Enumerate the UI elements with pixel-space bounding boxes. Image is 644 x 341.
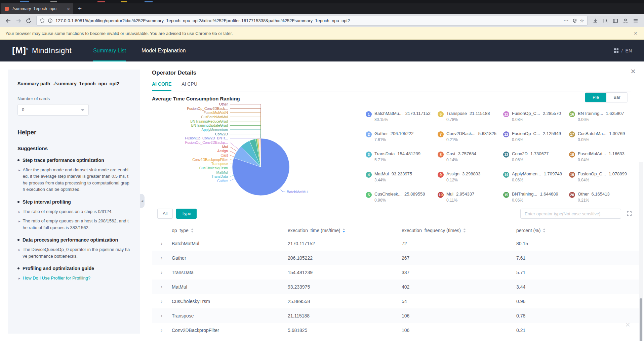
sort-carets-icon[interactable]: [343, 227, 345, 234]
reload-button[interactable]: [24, 16, 34, 26]
legend-item[interactable]: 15 BNTraining...1.644689 0.06%: [503, 189, 569, 209]
legend-item[interactable]: 7 Conv2DBack...5.681825 0.21%: [438, 129, 503, 149]
legend-rank-badge: 10: [438, 192, 444, 198]
pie-label: FusedMulAddN: [204, 111, 228, 115]
pie-label: Assign: [217, 149, 228, 153]
legend-item[interactable]: 9 Assign3.298803 0.12%: [438, 169, 503, 189]
column-header-percent[interactable]: percent (%): [516, 227, 639, 234]
column-header-op_type[interactable]: op_type: [172, 227, 288, 234]
library-icon[interactable]: [600, 16, 610, 26]
legend-rank-badge: 7: [438, 131, 444, 137]
legend-rank-badge: 14: [503, 172, 509, 178]
legend-value: 1.709748: [544, 171, 562, 176]
tab-ai-cpu[interactable]: AI CPU: [182, 81, 197, 90]
legend-item[interactable]: 4 MatMul93.233975 3.44%: [366, 169, 438, 189]
url-bar[interactable]: 127.0.0.1:8081/#/profiling/operator?id=.…: [36, 16, 588, 26]
account-icon[interactable]: [620, 16, 631, 26]
pie-label-line: [230, 179, 235, 181]
forward-button[interactable]: [13, 16, 24, 26]
tab-ai-core[interactable]: AI CORE: [152, 81, 171, 91]
tab-close-icon[interactable]: ×: [67, 6, 70, 12]
row-expand-icon[interactable]: ›: [152, 255, 172, 261]
sidebar-toggle-icon[interactable]: [610, 16, 620, 26]
sidebar-collapse-handle[interactable]: ◀: [140, 194, 145, 208]
legend-value: 2170.117152: [405, 111, 431, 116]
row-expand-icon[interactable]: ›: [152, 313, 172, 319]
nav-summary-list[interactable]: Summary List: [93, 40, 126, 61]
tracking-protection-shield-icon[interactable]: [40, 18, 45, 24]
menubar-fragment: [121, 1, 127, 2]
desktop-menubar-sliver: [0, 0, 644, 3]
operator-search-input[interactable]: [520, 209, 621, 219]
row-expand-icon[interactable]: ›: [152, 269, 172, 275]
row-expand-icon[interactable]: ›: [152, 298, 172, 304]
sort-carets-icon[interactable]: [463, 227, 466, 234]
permissions-shield-icon[interactable]: [572, 18, 577, 23]
legend-name: CusCholesk...: [374, 191, 402, 197]
legend-item[interactable]: 19 FusionOp_C...1.078899 0.04%: [569, 169, 635, 189]
legend-item[interactable]: 18 FusedMulAd...1.16633 0.04%: [569, 149, 635, 169]
browser-tab[interactable]: ./summary_1epoch_npu ×: [1, 3, 73, 14]
notice-close-icon[interactable]: ×: [634, 30, 637, 37]
new-tab-button[interactable]: +: [78, 5, 82, 12]
legend-item[interactable]: 2 Gather206.105222 7.61%: [366, 129, 438, 149]
pie-label: BNTrainingReduceGrad: [190, 119, 228, 123]
column-label: execution_frequency (times): [402, 228, 461, 233]
legend-item[interactable]: 14 ApplyMomen...1.709748 0.06%: [503, 169, 569, 189]
filter-type-button[interactable]: Type: [176, 209, 196, 219]
legend-name: MatMul: [374, 171, 389, 176]
cards-select[interactable]: 0: [17, 104, 89, 116]
sort-desc-icon: [191, 231, 194, 234]
back-button[interactable]: [3, 16, 13, 26]
row-expand-icon[interactable]: ›: [152, 327, 172, 333]
legend-value: 2.285570: [543, 111, 561, 116]
op-type-cell: Conv2DBackpropFilter: [172, 328, 288, 333]
language-switch[interactable]: EN: [626, 48, 632, 53]
page-actions-icon[interactable]: •••: [564, 19, 569, 23]
filter-all-button[interactable]: All: [157, 209, 173, 219]
nav-model-explanation[interactable]: Model Explanation: [142, 40, 186, 61]
legend-item[interactable]: 8 Cast3.757684 0.14%: [438, 149, 503, 169]
legend-item[interactable]: 5 CusCholesk...25.889558 0.96%: [366, 189, 438, 209]
suggestion-detail: ▸The DeviceQueueOp_0 operator in the pip…: [18, 246, 130, 259]
legend-item[interactable]: 6 Transpose21.115188 0.78%: [438, 109, 503, 129]
legend-item[interactable]: 3 TransData154.481239 5.71%: [366, 149, 438, 169]
legend-rank-badge: 1: [366, 111, 372, 117]
legend-item[interactable]: 16 BNTraining...1.625907 0.06%: [569, 109, 635, 129]
legend-item[interactable]: 13 Conv2D1.730677 0.06%: [503, 149, 569, 169]
panel-close-icon[interactable]: ×: [631, 66, 636, 77]
pie-label: TransData: [211, 174, 228, 178]
download-icon[interactable]: [590, 16, 600, 26]
legend-item[interactable]: 1 BatchMatMu...2170.117152 80.15%: [366, 109, 438, 129]
sort-carets-icon[interactable]: [191, 227, 194, 234]
legend-item[interactable]: 17 CusBatchMa...1.30769 0.05%: [569, 129, 635, 149]
vertical-scrollbar[interactable]: [639, 162, 643, 341]
legend-item[interactable]: 10 Mul2.954337 0.11%: [438, 189, 503, 209]
legend-item[interactable]: 12 FusionOp_C...2.125949 0.08%: [503, 129, 569, 149]
sort-carets-icon[interactable]: [543, 227, 546, 234]
legend-rank-badge: 16: [569, 111, 575, 117]
menu-icon[interactable]: [631, 16, 641, 26]
page-info-icon[interactable]: [48, 18, 53, 23]
chart-toggle-pie[interactable]: Pie: [585, 93, 606, 102]
pie-label: CusCholeskyTrsm: [199, 166, 228, 170]
row-expand-icon[interactable]: ›: [152, 241, 172, 247]
row-expand-icon[interactable]: ›: [152, 284, 172, 290]
legend-item[interactable]: 20 Other6.165413 0.21%: [569, 189, 635, 209]
suggestion-detail-text: The ratio of empty queues on a chip is 0…: [23, 208, 113, 215]
scrollbar-thumb[interactable]: [640, 298, 642, 341]
column-header-execution_frequency[interactable]: execution_frequency (times): [402, 227, 516, 234]
fullscreen-icon[interactable]: [627, 211, 632, 216]
legend-item[interactable]: 11 FusionOp_C...2.285570 0.08%: [503, 109, 569, 129]
column-header-execution_time[interactable]: execution_time (ms/time): [288, 227, 402, 234]
execution-frequency-cell: 54: [402, 299, 516, 304]
pie-chart: OtherFusionOp_Conv2DBack...FusedMulAddNC…: [152, 101, 367, 206]
chevron-right-icon: ▸: [18, 167, 21, 193]
language-grid-icon[interactable]: [614, 48, 619, 53]
legend-percent: 0.06%: [512, 158, 549, 162]
legend-percent: 0.04%: [578, 158, 625, 162]
help-link[interactable]: How Do I Use Profiler for Profiling?: [23, 275, 91, 282]
suggestion-detail-text: The DeviceQueueOp_0 operator in the pipe…: [23, 246, 130, 259]
chart-toggle-bar[interactable]: Bar: [606, 93, 628, 102]
bookmark-star-icon[interactable]: ☆: [580, 18, 584, 24]
